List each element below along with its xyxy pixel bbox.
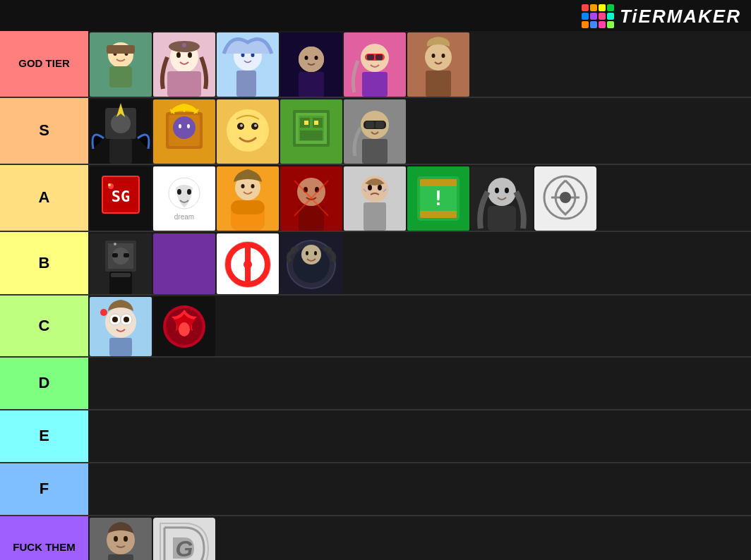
svg-rect-122	[111, 273, 131, 277]
tier-item-b4[interactable]	[280, 233, 342, 294]
svg-point-129	[244, 260, 252, 269]
svg-rect-98	[364, 202, 386, 231]
svg-point-35	[442, 54, 445, 58]
tier-item-god4[interactable]	[280, 32, 342, 97]
tier-item-a4[interactable]	[280, 166, 342, 231]
avatar-ft1	[90, 518, 152, 560]
tier-item-a2[interactable]: dream	[153, 166, 215, 231]
svg-rect-142	[109, 338, 132, 356]
avatar-s4	[280, 99, 342, 164]
logo-dot	[607, 21, 614, 28]
tier-item-god2[interactable]	[153, 32, 215, 97]
svg-rect-120	[124, 253, 129, 257]
avatar-a7	[471, 166, 533, 231]
tier-item-god5[interactable]	[344, 32, 406, 97]
tier-label-ft: FUCK THEM	[0, 516, 88, 560]
avatar-a4	[280, 166, 342, 231]
tier-items-ft: G	[88, 516, 751, 560]
tier-items-e	[88, 410, 751, 462]
tier-label-god: GOD TIER	[0, 31, 88, 97]
svg-rect-30	[376, 54, 383, 60]
svg-point-23	[305, 56, 308, 60]
logo-dot	[590, 21, 597, 28]
tier-row-ft: FUCK THEM G	[0, 516, 751, 560]
svg-point-77	[177, 189, 181, 195]
tier-item-s3[interactable]	[217, 99, 279, 164]
tier-label-s: S	[0, 98, 88, 164]
avatar-s5	[344, 99, 406, 164]
tier-item-a3[interactable]	[217, 166, 279, 231]
svg-point-46	[179, 124, 181, 128]
svg-point-83	[251, 184, 255, 188]
tier-item-a5[interactable]	[344, 166, 406, 231]
avatar-a8	[534, 166, 596, 231]
tier-item-a1[interactable]: SG	[90, 166, 152, 231]
svg-rect-105	[420, 179, 457, 186]
tier-row-b: B	[0, 232, 751, 296]
tier-item-s4[interactable]	[280, 99, 342, 164]
tier-item-b3[interactable]	[217, 233, 279, 294]
avatar-b4	[280, 233, 342, 294]
tier-item-a7[interactable]	[471, 166, 533, 231]
svg-point-134	[306, 251, 308, 255]
tier-label-c: C	[0, 296, 88, 356]
tier-item-god1[interactable]	[90, 32, 152, 97]
tier-label-f: F	[0, 463, 88, 515]
avatar-s2	[153, 99, 215, 164]
svg-point-108	[488, 178, 516, 206]
avatar-god2	[153, 32, 215, 97]
tier-row-e: E	[0, 410, 751, 463]
avatar-c2	[153, 297, 215, 356]
logo-dot	[582, 21, 589, 28]
logo-dot	[582, 13, 589, 20]
tier-label-a: A	[0, 165, 88, 231]
tier-item-s1[interactable]	[90, 99, 152, 164]
svg-rect-124	[153, 233, 215, 294]
logo-dot	[590, 4, 597, 11]
svg-point-24	[315, 56, 318, 60]
svg-rect-66	[366, 121, 374, 128]
svg-point-9	[176, 52, 181, 58]
avatar-god1	[90, 32, 152, 97]
tier-item-god3[interactable]	[217, 32, 279, 97]
svg-rect-6	[107, 45, 135, 54]
avatar-god5	[344, 32, 406, 97]
tier-item-a6[interactable]: !	[407, 166, 469, 231]
tier-item-s5[interactable]	[344, 99, 406, 164]
svg-rect-119	[112, 253, 118, 257]
tier-items-d	[88, 358, 751, 409]
svg-point-74	[108, 183, 111, 186]
tier-item-b1[interactable]	[90, 233, 152, 294]
tier-item-c2[interactable]	[153, 297, 215, 356]
svg-rect-68	[362, 139, 387, 164]
tier-item-god6[interactable]	[407, 32, 469, 97]
svg-point-109	[495, 188, 499, 193]
svg-point-114	[560, 192, 571, 203]
svg-rect-11	[167, 71, 201, 97]
svg-point-52	[240, 124, 243, 127]
avatar-a3	[217, 166, 279, 231]
tier-item-c1[interactable]	[90, 297, 152, 356]
svg-text:dream: dream	[174, 213, 194, 221]
svg-rect-111	[488, 206, 516, 231]
avatar-c1	[90, 297, 152, 356]
svg-point-33	[425, 44, 452, 71]
tier-item-ft1[interactable]	[90, 518, 152, 560]
svg-rect-152	[108, 554, 133, 560]
svg-text:G: G	[176, 536, 193, 560]
logo-dot	[607, 13, 614, 20]
svg-text:!: !	[433, 187, 445, 210]
svg-rect-31	[362, 72, 387, 97]
svg-point-147	[179, 322, 190, 336]
tier-item-a8[interactable]	[534, 166, 596, 231]
tier-item-s2[interactable]	[153, 99, 215, 164]
tier-row-a: A SG dream	[0, 165, 751, 232]
svg-point-78	[187, 189, 191, 195]
avatar-a6: !	[407, 166, 469, 231]
svg-point-135	[314, 251, 317, 255]
tier-item-b2[interactable]	[153, 233, 215, 294]
logo-dot	[607, 4, 614, 11]
tier-item-ft2[interactable]: G	[153, 518, 215, 560]
svg-rect-2	[109, 66, 132, 87]
svg-rect-29	[367, 54, 374, 60]
